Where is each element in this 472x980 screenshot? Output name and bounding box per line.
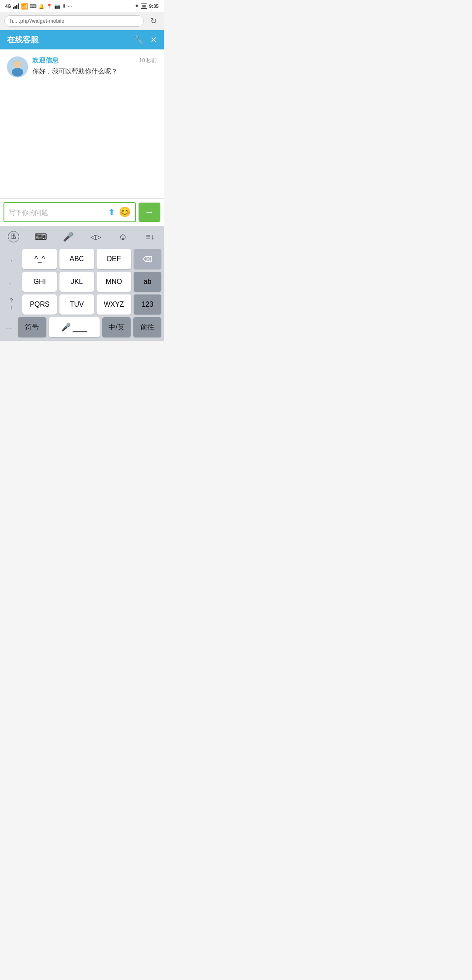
- key-lang-switch[interactable]: 中/英: [102, 317, 130, 337]
- app-icon4: ⬇: [62, 4, 66, 9]
- message-input[interactable]: [9, 209, 104, 216]
- side-char-comma: ,: [10, 256, 12, 262]
- chat-area: 欢迎信息 10 秒前 你好，我可以帮助你什么呢？: [0, 49, 164, 198]
- browser-bar: h... .php?widget-mobile ↻: [0, 12, 164, 30]
- keyboard-bottom-row: … 符号 🎤 ___ 中/英 前往: [1, 317, 163, 337]
- time: 9:35: [149, 4, 159, 9]
- wifi-icon: 📶: [21, 3, 28, 10]
- keyboard: , ^_^ ABC DEF ⌫ 。 GHI JKL MNO ab ? ! PQR…: [0, 247, 164, 341]
- key-emoticon[interactable]: ^_^: [22, 249, 57, 269]
- battery-icon: 88: [141, 4, 147, 9]
- message-input-wrapper: ⬆ 😊: [3, 202, 136, 222]
- status-left: 4G 📶 ⌨ 🔔 📍 📷 ⬇ ···: [5, 3, 72, 10]
- send-button[interactable]: →: [139, 203, 160, 222]
- key-side-chars-4[interactable]: …: [3, 317, 15, 337]
- key-symbol[interactable]: 符号: [18, 317, 46, 337]
- signal-bars: [13, 4, 19, 9]
- app-icon1: 🔔: [38, 4, 45, 9]
- upload-icon[interactable]: ⬆: [108, 207, 115, 217]
- status-right: ✦ 88 9:35: [135, 3, 159, 9]
- keyboard-row-3: ? ! PQRS TUV WXYZ 123: [1, 294, 163, 315]
- svg-point-3: [14, 61, 21, 68]
- side-char-exclaim: !: [10, 305, 12, 312]
- app-icon2: 📍: [46, 4, 52, 9]
- key-abc[interactable]: ABC: [59, 249, 94, 269]
- key-backspace[interactable]: ⌫: [134, 249, 161, 269]
- avatar: [7, 56, 28, 77]
- message-row: 欢迎信息 10 秒前 你好，我可以帮助你什么呢？: [7, 56, 157, 77]
- keyboard-icon: ⌨: [30, 4, 37, 9]
- key-jkl[interactable]: JKL: [59, 272, 94, 292]
- chat-header: 在线客服 🔧 ✕: [0, 30, 164, 49]
- key-ab[interactable]: ab: [134, 272, 161, 292]
- chat-title: 在线客服: [7, 35, 38, 45]
- hide-keyboard-button[interactable]: ≡↓: [142, 230, 159, 244]
- emoji-icon[interactable]: 😊: [119, 206, 131, 218]
- side-char-period: 。: [8, 278, 14, 285]
- bluetooth-icon: ✦: [135, 3, 139, 9]
- more-icon: ···: [68, 4, 72, 9]
- mic-button[interactable]: 🎤: [59, 230, 77, 244]
- keyboard-button[interactable]: ⌨: [32, 230, 50, 244]
- message-header: 欢迎信息 10 秒前: [32, 56, 157, 65]
- sender-name: 欢迎信息: [32, 56, 59, 65]
- keyboard-row-1: , ^_^ ABC DEF ⌫: [1, 249, 163, 269]
- key-mno[interactable]: MNO: [97, 272, 131, 292]
- settings-icon[interactable]: 🔧: [134, 35, 143, 45]
- message-time: 10 秒前: [139, 57, 157, 64]
- key-123[interactable]: 123: [134, 294, 161, 315]
- status-bar: 4G 📶 ⌨ 🔔 📍 📷 ⬇ ··· ✦ 88 9:35: [0, 0, 164, 12]
- key-space[interactable]: 🎤 ___: [49, 317, 100, 337]
- key-tuv[interactable]: TUV: [59, 294, 94, 315]
- cursor-button[interactable]: ◁▷: [87, 230, 104, 244]
- key-ghi[interactable]: GHI: [22, 272, 57, 292]
- close-icon[interactable]: ✕: [150, 35, 157, 45]
- key-def[interactable]: DEF: [97, 249, 131, 269]
- message-content: 欢迎信息 10 秒前 你好，我可以帮助你什么呢？: [32, 56, 157, 77]
- key-side-chars-1[interactable]: ,: [3, 249, 20, 269]
- side-char-ellipsis: …: [6, 324, 12, 330]
- keyboard-toolbar: 迅 ⌨ 🎤 ◁▷ ☺ ≡↓: [0, 226, 164, 247]
- ime-button[interactable]: 迅: [5, 230, 22, 244]
- signal-text: 4G: [5, 4, 11, 9]
- emoji-toolbar-button[interactable]: ☺: [114, 230, 132, 244]
- key-side-chars-3[interactable]: ? !: [3, 294, 20, 315]
- app-icon3: 📷: [54, 4, 60, 9]
- reload-button[interactable]: ↻: [147, 15, 160, 27]
- key-wxyz[interactable]: WXYZ: [97, 294, 131, 315]
- url-field[interactable]: h... .php?widget-mobile: [4, 15, 144, 27]
- keyboard-row-2: 。 GHI JKL MNO ab: [1, 272, 163, 292]
- input-area: ⬆ 😊 →: [0, 198, 164, 226]
- key-side-chars-2[interactable]: 。: [3, 272, 20, 292]
- side-char-question: ?: [10, 298, 13, 304]
- chat-header-icons: 🔧 ✕: [134, 35, 157, 45]
- key-pqrs[interactable]: PQRS: [22, 294, 57, 315]
- message-text: 你好，我可以帮助你什么呢？: [32, 66, 157, 77]
- key-go[interactable]: 前往: [133, 317, 161, 337]
